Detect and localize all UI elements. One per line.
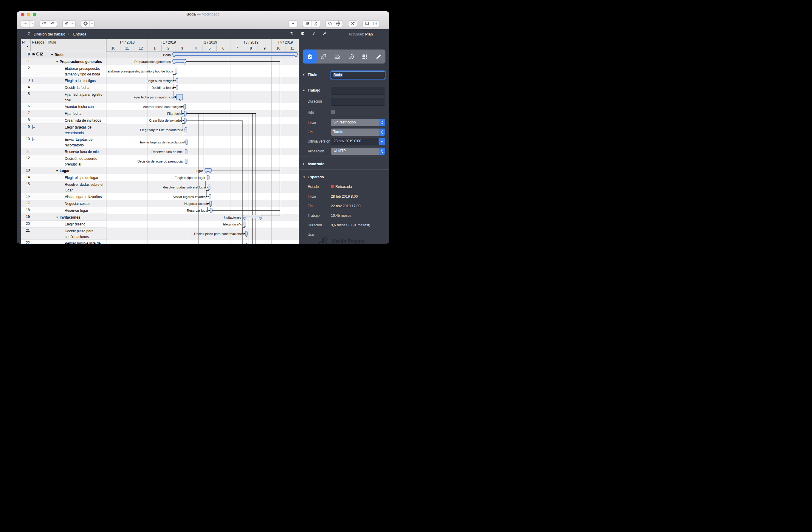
column-header-rasgos[interactable]: Rasgos	[31, 39, 46, 51]
field-trabajo: ▶ Trabajo	[299, 87, 389, 95]
breadcrumb[interactable]: División del trabajo 〉 Entrada	[27, 29, 86, 39]
panel-bottom-button[interactable]	[363, 20, 371, 27]
table-row[interactable]: 21Decidir plazo para confirmaciones	[21, 228, 106, 240]
inspector-tab-rows[interactable]	[358, 49, 372, 63]
row-title: Elegir tarjetas de recordatorio	[46, 124, 106, 136]
table-row[interactable]: 8Crear lista de invitados	[21, 117, 106, 124]
duracion-input[interactable]	[331, 98, 385, 105]
window-chrome: Boda — Modificado	[17, 11, 389, 29]
bolt-button[interactable]	[289, 20, 297, 27]
row-title: Acordar fecha con testigos	[46, 103, 106, 110]
row-number: 21	[21, 228, 31, 240]
table-row[interactable]: 3|←Elegir a los testigos	[21, 77, 106, 84]
table-row[interactable]: 22Pensar posible lista de regalos	[21, 240, 106, 244]
folder-icon	[32, 53, 36, 57]
table-row[interactable]: 10|←Enviar tarjetas de recordatorio	[21, 136, 106, 148]
table-row[interactable]: 2Elaborar presupuesto, tamaño y tipo de …	[21, 65, 106, 77]
breadcrumb-view[interactable]: Entrada	[73, 32, 86, 37]
row-number: 17	[21, 200, 31, 207]
collapse-triangle-icon[interactable]: ▼	[56, 60, 58, 63]
library-button[interactable]	[303, 20, 311, 27]
field-ultima-version: Última versión 23 nov 2019 0:00	[299, 138, 389, 145]
row-title: ▼Invitaciones	[46, 214, 106, 220]
disclosure-icon[interactable]: ▶	[303, 162, 305, 165]
attach-button[interactable]	[62, 20, 71, 27]
clock-icon	[36, 53, 40, 57]
table-row[interactable]: 1▼Preparaciones generales	[21, 58, 106, 65]
collapse-triangle-icon[interactable]: ▼	[51, 53, 53, 56]
inspector-tab-cost[interactable]: $	[330, 49, 344, 63]
row-rasgos	[31, 167, 46, 174]
field-esperado-trabajo: Trabajo 10,45 meses	[299, 213, 389, 220]
collapse-triangle-icon[interactable]: ▼	[56, 216, 58, 219]
table-row[interactable]: 14Elegir el tipo de lugar	[21, 174, 106, 181]
row-number: 11	[21, 148, 31, 155]
indent-button[interactable]	[40, 20, 48, 27]
inspector-tab-clipboard[interactable]	[303, 49, 317, 63]
filter-icon[interactable]	[289, 31, 294, 37]
constraint-icon: |←	[32, 78, 35, 82]
section-esperado[interactable]: ▼ Esperado	[299, 174, 389, 181]
svg-text:Resolver dudas sobre el lugar: Resolver dudas sobre el lugar	[162, 186, 206, 189]
chart-bars-icon[interactable]	[301, 31, 305, 37]
disclosure-icon[interactable]: ▶	[303, 73, 305, 76]
row-title: Elaborar presupuesto, tamaño y tipo de b…	[46, 65, 106, 77]
table-row[interactable]: 7Fijar fecha	[21, 110, 106, 117]
settings-button[interactable]	[82, 20, 90, 27]
merlin-hat-icon	[318, 236, 329, 244]
hito-checkbox[interactable]	[331, 110, 335, 114]
table-row[interactable]: 12Decisión de acuerdo prenupcial	[21, 155, 106, 167]
svg-text:Elaborar presupuesto, tamaño y: Elaborar presupuesto, tamaño y tipo de b…	[107, 70, 173, 73]
gantt-chart[interactable]: 1011121234567891011T4 / 2018T1 / 2019T2 …	[106, 39, 299, 244]
disclosure-icon[interactable]: ▶	[303, 89, 305, 91]
fin-select[interactable]: Tardío	[331, 129, 385, 136]
table-row[interactable]: 9|←Elegir tarjetas de recordatorio	[21, 124, 106, 136]
sync-button[interactable]	[326, 20, 334, 27]
table-row[interactable]: 4Decidir la fecha	[21, 84, 106, 91]
globe-button[interactable]	[334, 20, 343, 27]
table-row[interactable]: 6Acordar fecha con testigos	[21, 103, 106, 110]
inspector-tab-link[interactable]	[317, 49, 330, 63]
table-row[interactable]: 11Reservar luna de miel	[21, 148, 106, 155]
row-number: 20	[21, 221, 31, 227]
table-row[interactable]: 13▼Lugar	[21, 167, 106, 174]
collapse-triangle-icon[interactable]: ▼	[56, 169, 58, 172]
row-number: 9	[21, 124, 31, 136]
add-button[interactable]	[21, 20, 29, 27]
disclosure-open-icon[interactable]: ▼	[303, 176, 306, 178]
resources-button[interactable]	[311, 20, 320, 27]
inicio-select[interactable]: Sin restricción	[331, 119, 385, 126]
table-row[interactable]: 16Visitar lugares favoritos	[21, 193, 106, 200]
table-row[interactable]: 15Resolver dudas sobre el lugar	[21, 181, 106, 193]
panel-right-button[interactable]	[371, 20, 379, 27]
ultima-version-combo[interactable]: 23 nov 2019 0:00	[331, 138, 385, 145]
column-header-titulo[interactable]: Título	[46, 39, 106, 51]
table-row[interactable]: 20Elegir diseño	[21, 221, 106, 228]
column-header-num[interactable]: Nº▲	[21, 39, 31, 51]
svg-text:6: 6	[222, 46, 224, 51]
row-rasgos	[31, 155, 46, 167]
breadcrumb-root[interactable]: División del trabajo	[34, 32, 65, 37]
svg-text:Lugar: Lugar	[194, 169, 203, 173]
chevron-down-icon[interactable]	[71, 20, 75, 27]
tools-button[interactable]	[348, 20, 357, 27]
inspector-tab-pencil[interactable]	[372, 49, 386, 63]
table-row[interactable]: 17Negociar costes	[21, 200, 106, 207]
chevron-down-icon[interactable]	[90, 20, 94, 27]
outdent-button[interactable]	[48, 20, 57, 27]
inspector-tab-percent[interactable]: %	[344, 49, 358, 63]
table-row[interactable]: 5Fijar fecha para registro civil	[21, 91, 106, 103]
table-row[interactable]: 0▼Boda	[21, 51, 106, 58]
row-number: 6	[21, 103, 31, 110]
table-row[interactable]: 18Reservar lugar	[21, 207, 106, 214]
trabajo-input[interactable]	[331, 87, 385, 95]
table-row[interactable]: 19▼Invitaciones	[21, 214, 106, 221]
alineacion-select[interactable]: ↳LMTP	[331, 148, 385, 155]
activity-indicator: Actividad: Plan	[315, 29, 389, 39]
row-number: 5	[21, 91, 31, 103]
titulo-input[interactable]: Boda	[331, 71, 385, 79]
svg-text:Decidir plazo para confirmacio: Decidir plazo para confirmaciones	[194, 232, 244, 235]
svg-text:Fijar fecha: Fijar fecha	[167, 112, 183, 115]
section-avanzado[interactable]: ▶ Avanzado	[299, 161, 389, 168]
chevron-down-icon[interactable]	[29, 20, 34, 27]
